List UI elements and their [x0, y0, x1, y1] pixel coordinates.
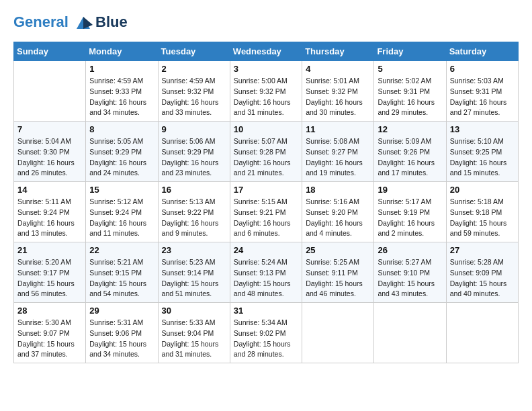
day-number: 3	[234, 64, 298, 74]
calendar-week-row: 21Sunrise: 5:20 AMSunset: 9:17 PMDayligh…	[14, 242, 519, 303]
day-info: Sunrise: 5:18 AMSunset: 9:18 PMDaylight:…	[450, 197, 515, 239]
calendar-cell: 24Sunrise: 5:24 AMSunset: 9:13 PMDayligh…	[230, 242, 302, 303]
day-info: Sunrise: 5:30 AMSunset: 9:07 PMDaylight:…	[17, 318, 82, 360]
calendar-cell: 30Sunrise: 5:33 AMSunset: 9:04 PMDayligh…	[158, 303, 230, 363]
day-info: Sunrise: 5:00 AMSunset: 9:32 PMDaylight:…	[234, 76, 298, 118]
day-info: Sunrise: 5:31 AMSunset: 9:06 PMDaylight:…	[89, 318, 154, 360]
day-info: Sunrise: 5:01 AMSunset: 9:32 PMDaylight:…	[306, 76, 370, 118]
day-info: Sunrise: 5:20 AMSunset: 9:17 PMDaylight:…	[17, 257, 82, 300]
calendar-cell: 2Sunrise: 4:59 AMSunset: 9:32 PMDaylight…	[158, 61, 230, 122]
weekday-header-sunday: Sunday	[14, 42, 86, 61]
calendar-cell: 23Sunrise: 5:23 AMSunset: 9:14 PMDayligh…	[158, 242, 230, 303]
calendar-cell: 20Sunrise: 5:18 AMSunset: 9:18 PMDayligh…	[446, 182, 518, 242]
day-info: Sunrise: 5:24 AMSunset: 9:13 PMDaylight:…	[234, 257, 298, 300]
calendar-cell: 22Sunrise: 5:21 AMSunset: 9:15 PMDayligh…	[86, 242, 158, 303]
day-number: 8	[89, 124, 154, 134]
calendar-week-row: 7Sunrise: 5:04 AMSunset: 9:30 PMDaylight…	[14, 122, 519, 182]
calendar-cell	[14, 61, 86, 122]
day-number: 1	[89, 64, 154, 74]
logo-text: General	[13, 14, 94, 30]
calendar-cell: 26Sunrise: 5:27 AMSunset: 9:10 PMDayligh…	[374, 242, 446, 303]
day-number: 25	[306, 245, 370, 255]
day-info: Sunrise: 5:27 AMSunset: 9:10 PMDaylight:…	[378, 257, 442, 300]
calendar-table: SundayMondayTuesdayWednesdayThursdayFrid…	[13, 42, 519, 363]
calendar-week-row: 28Sunrise: 5:30 AMSunset: 9:07 PMDayligh…	[14, 303, 519, 363]
day-number: 14	[17, 185, 82, 195]
calendar-week-row: 14Sunrise: 5:11 AMSunset: 9:24 PMDayligh…	[14, 182, 519, 242]
day-info: Sunrise: 4:59 AMSunset: 9:33 PMDaylight:…	[89, 76, 154, 118]
calendar-cell: 18Sunrise: 5:16 AMSunset: 9:20 PMDayligh…	[302, 182, 374, 242]
day-info: Sunrise: 5:07 AMSunset: 9:28 PMDaylight:…	[234, 136, 298, 179]
calendar-cell: 11Sunrise: 5:08 AMSunset: 9:27 PMDayligh…	[302, 122, 374, 182]
day-number: 5	[378, 64, 442, 74]
day-number: 16	[162, 185, 226, 195]
day-number: 2	[162, 64, 226, 74]
calendar-cell: 16Sunrise: 5:13 AMSunset: 9:22 PMDayligh…	[158, 182, 230, 242]
page-header: General Blue	[13, 13, 519, 31]
calendar-cell: 8Sunrise: 5:05 AMSunset: 9:29 PMDaylight…	[86, 122, 158, 182]
calendar-cell: 14Sunrise: 5:11 AMSunset: 9:24 PMDayligh…	[14, 182, 86, 242]
calendar-cell: 15Sunrise: 5:12 AMSunset: 9:24 PMDayligh…	[86, 182, 158, 242]
day-info: Sunrise: 5:10 AMSunset: 9:25 PMDaylight:…	[450, 136, 515, 179]
day-info: Sunrise: 5:04 AMSunset: 9:30 PMDaylight:…	[17, 136, 82, 179]
calendar-cell: 6Sunrise: 5:03 AMSunset: 9:31 PMDaylight…	[446, 61, 518, 122]
day-number: 18	[306, 185, 370, 195]
weekday-header-tuesday: Tuesday	[158, 42, 230, 61]
calendar-cell: 13Sunrise: 5:10 AMSunset: 9:25 PMDayligh…	[446, 122, 518, 182]
day-info: Sunrise: 5:03 AMSunset: 9:31 PMDaylight:…	[450, 76, 515, 118]
weekday-header-row: SundayMondayTuesdayWednesdayThursdayFrid…	[14, 42, 519, 61]
day-number: 6	[450, 64, 515, 74]
day-info: Sunrise: 5:17 AMSunset: 9:19 PMDaylight:…	[378, 197, 442, 239]
day-info: Sunrise: 5:11 AMSunset: 9:24 PMDaylight:…	[17, 197, 82, 239]
calendar-cell: 5Sunrise: 5:02 AMSunset: 9:31 PMDaylight…	[374, 61, 446, 122]
calendar-cell: 29Sunrise: 5:31 AMSunset: 9:06 PMDayligh…	[86, 303, 158, 363]
day-number: 10	[234, 124, 298, 134]
day-info: Sunrise: 5:05 AMSunset: 9:29 PMDaylight:…	[89, 136, 154, 179]
day-number: 26	[378, 245, 442, 255]
day-number: 20	[450, 185, 515, 195]
calendar-cell	[446, 303, 518, 363]
calendar-cell: 31Sunrise: 5:34 AMSunset: 9:02 PMDayligh…	[230, 303, 302, 363]
calendar-cell: 12Sunrise: 5:09 AMSunset: 9:26 PMDayligh…	[374, 122, 446, 182]
day-info: Sunrise: 5:25 AMSunset: 9:11 PMDaylight:…	[306, 257, 370, 300]
day-info: Sunrise: 4:59 AMSunset: 9:32 PMDaylight:…	[162, 76, 226, 118]
day-info: Sunrise: 5:12 AMSunset: 9:24 PMDaylight:…	[89, 197, 154, 239]
day-number: 4	[306, 64, 370, 74]
day-number: 22	[89, 245, 154, 255]
day-info: Sunrise: 5:28 AMSunset: 9:09 PMDaylight:…	[450, 257, 515, 300]
day-number: 28	[17, 306, 82, 316]
logo-blue: Blue	[95, 13, 128, 31]
day-number: 29	[89, 306, 154, 316]
weekday-header-friday: Friday	[374, 42, 446, 61]
day-info: Sunrise: 5:33 AMSunset: 9:04 PMDaylight:…	[162, 318, 226, 360]
calendar-cell: 19Sunrise: 5:17 AMSunset: 9:19 PMDayligh…	[374, 182, 446, 242]
day-number: 17	[234, 185, 298, 195]
day-info: Sunrise: 5:21 AMSunset: 9:15 PMDaylight:…	[89, 257, 154, 300]
calendar-cell: 7Sunrise: 5:04 AMSunset: 9:30 PMDaylight…	[14, 122, 86, 182]
day-info: Sunrise: 5:15 AMSunset: 9:21 PMDaylight:…	[234, 197, 298, 239]
calendar-cell: 17Sunrise: 5:15 AMSunset: 9:21 PMDayligh…	[230, 182, 302, 242]
day-info: Sunrise: 5:13 AMSunset: 9:22 PMDaylight:…	[162, 197, 226, 239]
day-number: 12	[378, 124, 442, 134]
day-number: 31	[234, 306, 298, 316]
day-info: Sunrise: 5:16 AMSunset: 9:20 PMDaylight:…	[306, 197, 370, 239]
weekday-header-wednesday: Wednesday	[230, 42, 302, 61]
day-number: 11	[306, 124, 370, 134]
calendar-cell: 25Sunrise: 5:25 AMSunset: 9:11 PMDayligh…	[302, 242, 374, 303]
logo: General Blue	[13, 13, 128, 31]
day-info: Sunrise: 5:34 AMSunset: 9:02 PMDaylight:…	[234, 318, 298, 360]
day-number: 23	[162, 245, 226, 255]
calendar-cell: 28Sunrise: 5:30 AMSunset: 9:07 PMDayligh…	[14, 303, 86, 363]
day-number: 24	[234, 245, 298, 255]
day-info: Sunrise: 5:09 AMSunset: 9:26 PMDaylight:…	[378, 136, 442, 179]
day-number: 13	[450, 124, 515, 134]
day-info: Sunrise: 5:02 AMSunset: 9:31 PMDaylight:…	[378, 76, 442, 118]
calendar-cell	[374, 303, 446, 363]
calendar-cell: 1Sunrise: 4:59 AMSunset: 9:33 PMDaylight…	[86, 61, 158, 122]
logo-icon	[74, 15, 93, 30]
day-number: 27	[450, 245, 515, 255]
weekday-header-monday: Monday	[86, 42, 158, 61]
day-info: Sunrise: 5:06 AMSunset: 9:29 PMDaylight:…	[162, 136, 226, 179]
weekday-header-saturday: Saturday	[446, 42, 518, 61]
calendar-cell: 10Sunrise: 5:07 AMSunset: 9:28 PMDayligh…	[230, 122, 302, 182]
